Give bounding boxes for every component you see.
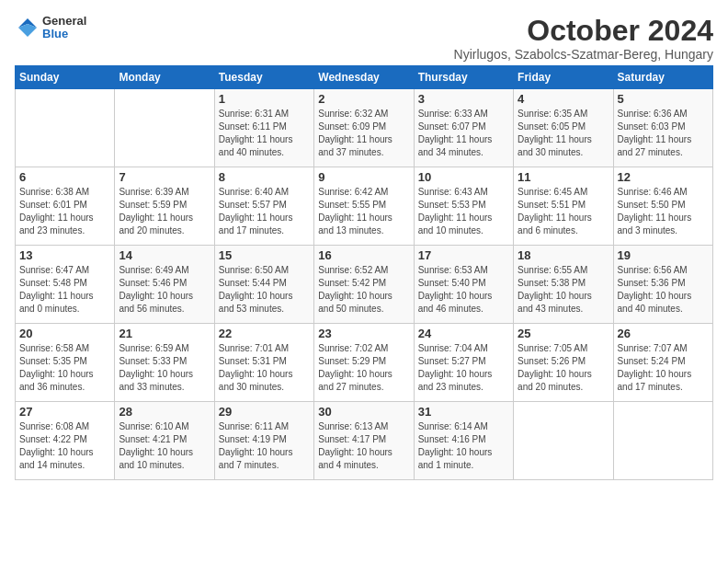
day-number: 28 xyxy=(119,405,210,419)
day-number: 5 xyxy=(618,92,709,106)
calendar-cell: 31Sunrise: 6:14 AM Sunset: 4:16 PM Dayli… xyxy=(414,402,513,480)
day-number: 22 xyxy=(219,327,310,340)
calendar-week-4: 20Sunrise: 6:58 AM Sunset: 5:35 PM Dayli… xyxy=(16,324,713,402)
day-number: 31 xyxy=(418,405,509,419)
day-number: 16 xyxy=(318,248,409,262)
calendar-cell xyxy=(613,402,712,480)
day-number: 10 xyxy=(418,170,509,184)
calendar-cell: 7Sunrise: 6:39 AM Sunset: 5:59 PM Daylig… xyxy=(115,167,214,246)
day-info: Sunrise: 6:42 AM Sunset: 5:55 PM Dayligh… xyxy=(318,186,409,237)
day-number: 21 xyxy=(119,327,210,340)
day-info: Sunrise: 6:43 AM Sunset: 5:53 PM Dayligh… xyxy=(418,186,509,237)
calendar-cell: 26Sunrise: 7:07 AM Sunset: 5:24 PM Dayli… xyxy=(613,324,712,402)
day-info: Sunrise: 6:32 AM Sunset: 6:09 PM Dayligh… xyxy=(318,108,409,159)
day-info: Sunrise: 6:47 AM Sunset: 5:48 PM Dayligh… xyxy=(19,264,110,316)
calendar-cell xyxy=(514,402,613,480)
day-info: Sunrise: 7:05 AM Sunset: 5:26 PM Dayligh… xyxy=(518,342,609,394)
day-number: 9 xyxy=(318,170,409,184)
day-info: Sunrise: 6:38 AM Sunset: 6:01 PM Dayligh… xyxy=(19,186,110,237)
day-number: 14 xyxy=(119,248,210,262)
day-info: Sunrise: 6:40 AM Sunset: 5:57 PM Dayligh… xyxy=(219,186,310,237)
calendar-cell: 4Sunrise: 6:35 AM Sunset: 6:05 PM Daylig… xyxy=(514,89,613,167)
calendar-cell: 21Sunrise: 6:59 AM Sunset: 5:33 PM Dayli… xyxy=(115,324,214,402)
calendar-cell: 5Sunrise: 6:36 AM Sunset: 6:03 PM Daylig… xyxy=(613,89,712,167)
day-number: 20 xyxy=(19,327,110,340)
day-info: Sunrise: 6:59 AM Sunset: 5:33 PM Dayligh… xyxy=(119,342,210,394)
day-number: 26 xyxy=(618,327,709,340)
calendar-cell: 16Sunrise: 6:52 AM Sunset: 5:42 PM Dayli… xyxy=(314,246,414,324)
day-info: Sunrise: 6:49 AM Sunset: 5:46 PM Dayligh… xyxy=(119,264,210,316)
day-number: 25 xyxy=(518,327,609,340)
calendar-cell: 23Sunrise: 7:02 AM Sunset: 5:29 PM Dayli… xyxy=(314,324,414,402)
calendar-cell: 25Sunrise: 7:05 AM Sunset: 5:26 PM Dayli… xyxy=(514,324,613,402)
calendar-cell: 13Sunrise: 6:47 AM Sunset: 5:48 PM Dayli… xyxy=(16,246,115,324)
calendar-cell: 2Sunrise: 6:32 AM Sunset: 6:09 PM Daylig… xyxy=(314,89,414,167)
day-info: Sunrise: 6:10 AM Sunset: 4:21 PM Dayligh… xyxy=(119,420,210,472)
day-number: 2 xyxy=(318,92,409,106)
calendar-header-row: SundayMondayTuesdayWednesdayThursdayFrid… xyxy=(16,66,713,89)
day-info: Sunrise: 6:11 AM Sunset: 4:19 PM Dayligh… xyxy=(219,420,310,472)
day-number: 7 xyxy=(119,170,210,184)
calendar-cell: 19Sunrise: 6:56 AM Sunset: 5:36 PM Dayli… xyxy=(613,246,712,324)
day-number: 3 xyxy=(418,92,509,106)
calendar-week-5: 27Sunrise: 6:08 AM Sunset: 4:22 PM Dayli… xyxy=(16,402,713,480)
location-subtitle: Nyirlugos, Szabolcs-Szatmar-Bereg, Hunga… xyxy=(454,47,713,62)
day-number: 13 xyxy=(19,248,110,262)
calendar-week-3: 13Sunrise: 6:47 AM Sunset: 5:48 PM Dayli… xyxy=(16,246,713,324)
day-info: Sunrise: 6:55 AM Sunset: 5:38 PM Dayligh… xyxy=(518,264,609,316)
calendar-cell: 27Sunrise: 6:08 AM Sunset: 4:22 PM Dayli… xyxy=(16,402,115,480)
calendar-cell: 22Sunrise: 7:01 AM Sunset: 5:31 PM Dayli… xyxy=(214,324,313,402)
day-info: Sunrise: 7:02 AM Sunset: 5:29 PM Dayligh… xyxy=(318,342,409,394)
calendar-cell: 6Sunrise: 6:38 AM Sunset: 6:01 PM Daylig… xyxy=(16,167,115,246)
calendar-body: 1Sunrise: 6:31 AM Sunset: 6:11 PM Daylig… xyxy=(16,89,713,480)
column-header-friday: Friday xyxy=(514,66,613,89)
calendar-cell: 17Sunrise: 6:53 AM Sunset: 5:40 PM Dayli… xyxy=(414,246,513,324)
calendar-cell xyxy=(16,89,115,167)
page-header: General Blue October 2024 Nyirlugos, Sza… xyxy=(15,15,713,62)
calendar-cell: 10Sunrise: 6:43 AM Sunset: 5:53 PM Dayli… xyxy=(414,167,513,246)
calendar-cell: 20Sunrise: 6:58 AM Sunset: 5:35 PM Dayli… xyxy=(16,324,115,402)
day-info: Sunrise: 6:52 AM Sunset: 5:42 PM Dayligh… xyxy=(318,264,409,316)
calendar-cell: 15Sunrise: 6:50 AM Sunset: 5:44 PM Dayli… xyxy=(214,246,313,324)
day-info: Sunrise: 6:53 AM Sunset: 5:40 PM Dayligh… xyxy=(418,264,509,316)
day-info: Sunrise: 7:01 AM Sunset: 5:31 PM Dayligh… xyxy=(219,342,310,394)
day-info: Sunrise: 6:13 AM Sunset: 4:17 PM Dayligh… xyxy=(318,420,409,472)
day-info: Sunrise: 6:39 AM Sunset: 5:59 PM Dayligh… xyxy=(119,186,210,237)
calendar-cell: 11Sunrise: 6:45 AM Sunset: 5:51 PM Dayli… xyxy=(514,167,613,246)
day-number: 29 xyxy=(219,405,310,419)
day-info: Sunrise: 6:14 AM Sunset: 4:16 PM Dayligh… xyxy=(418,420,509,472)
calendar-cell: 1Sunrise: 6:31 AM Sunset: 6:11 PM Daylig… xyxy=(214,89,313,167)
logo-text: General Blue xyxy=(42,15,86,41)
column-header-tuesday: Tuesday xyxy=(214,66,313,89)
calendar-cell: 8Sunrise: 6:40 AM Sunset: 5:57 PM Daylig… xyxy=(214,167,313,246)
day-info: Sunrise: 6:50 AM Sunset: 5:44 PM Dayligh… xyxy=(219,264,310,316)
day-number: 19 xyxy=(618,248,709,262)
day-info: Sunrise: 6:56 AM Sunset: 5:36 PM Dayligh… xyxy=(618,264,709,316)
calendar-table: SundayMondayTuesdayWednesdayThursdayFrid… xyxy=(15,65,713,480)
day-number: 18 xyxy=(518,248,609,262)
day-info: Sunrise: 6:33 AM Sunset: 6:07 PM Dayligh… xyxy=(418,108,509,159)
calendar-cell: 30Sunrise: 6:13 AM Sunset: 4:17 PM Dayli… xyxy=(314,402,414,480)
calendar-cell: 12Sunrise: 6:46 AM Sunset: 5:50 PM Dayli… xyxy=(613,167,712,246)
day-number: 12 xyxy=(618,170,709,184)
day-info: Sunrise: 6:35 AM Sunset: 6:05 PM Dayligh… xyxy=(518,108,609,159)
day-number: 8 xyxy=(219,170,310,184)
month-title: October 2024 xyxy=(454,15,713,47)
day-number: 15 xyxy=(219,248,310,262)
day-info: Sunrise: 7:07 AM Sunset: 5:24 PM Dayligh… xyxy=(618,342,709,394)
calendar-week-2: 6Sunrise: 6:38 AM Sunset: 6:01 PM Daylig… xyxy=(16,167,713,246)
column-header-sunday: Sunday xyxy=(16,66,115,89)
day-info: Sunrise: 6:58 AM Sunset: 5:35 PM Dayligh… xyxy=(19,342,110,394)
title-block: October 2024 Nyirlugos, Szabolcs-Szatmar… xyxy=(454,15,713,62)
day-info: Sunrise: 7:04 AM Sunset: 5:27 PM Dayligh… xyxy=(418,342,509,394)
calendar-cell: 18Sunrise: 6:55 AM Sunset: 5:38 PM Dayli… xyxy=(514,246,613,324)
day-info: Sunrise: 6:36 AM Sunset: 6:03 PM Dayligh… xyxy=(618,108,709,159)
calendar-cell: 3Sunrise: 6:33 AM Sunset: 6:07 PM Daylig… xyxy=(414,89,513,167)
logo-general: General xyxy=(42,15,86,28)
day-number: 6 xyxy=(19,170,110,184)
day-number: 23 xyxy=(318,327,409,340)
day-info: Sunrise: 6:46 AM Sunset: 5:50 PM Dayligh… xyxy=(618,186,709,237)
calendar-week-1: 1Sunrise: 6:31 AM Sunset: 6:11 PM Daylig… xyxy=(16,89,713,167)
calendar-cell xyxy=(115,89,214,167)
logo-icon xyxy=(15,15,40,40)
